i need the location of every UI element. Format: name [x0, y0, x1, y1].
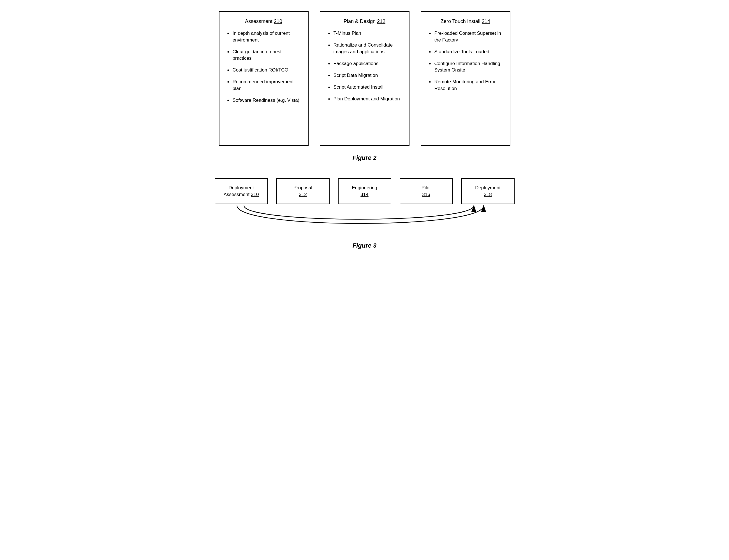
figure2-box-assessment: Assessment 210 In depth analysis of curr…: [219, 11, 309, 146]
fig3-box1-line2: Assessment: [224, 192, 251, 197]
fig2-box2-num: 212: [377, 19, 385, 24]
list-item: Remote Monitoring and Error Resolution: [429, 79, 502, 92]
fig3-box2-num: 312: [299, 192, 307, 197]
fig3-box-deployment: Deployment 318: [461, 178, 514, 204]
figure3-arrows: [17, 204, 712, 239]
fig3-box4-line1: Pilot: [421, 185, 431, 190]
fig3-box-pilot: Pilot 316: [400, 178, 453, 204]
fig3-box4-num: 316: [422, 192, 430, 197]
figure2-container: Assessment 210 In depth analysis of curr…: [17, 11, 712, 162]
list-item: In depth analysis of current environment: [227, 30, 300, 43]
figure2-box-zerotouch: Zero Touch Install 214 Pre-loaded Conten…: [421, 11, 510, 146]
fig3-box5-line1: Deployment: [475, 185, 500, 190]
fig3-box1-num: 310: [251, 192, 259, 197]
fig3-box-deployment-assessment: Deployment Assessment 310: [215, 178, 268, 204]
fig3-box3-line1: Engineering: [352, 185, 377, 190]
list-item: T-Minus Plan: [328, 30, 401, 37]
figure2-box-plandesign: Plan & Design 212 T-Minus Plan Rationali…: [320, 11, 409, 146]
arrows-svg: [17, 204, 712, 238]
fig2-box3-list: Pre-loaded Content Superset in the Facto…: [429, 30, 502, 92]
list-item: Pre-loaded Content Superset in the Facto…: [429, 30, 502, 43]
fig3-box2-line1: Proposal: [294, 185, 312, 190]
fig2-box1-num: 210: [274, 19, 282, 24]
list-item: Clear guidance on best practices: [227, 49, 300, 62]
list-item: Recommended improvement plan: [227, 79, 300, 92]
list-item: Script Automated Install: [328, 84, 401, 91]
arrow-secondary: [244, 206, 474, 219]
figure3-caption: Figure 3: [353, 242, 377, 249]
list-item: Plan Deployment and Migration: [328, 96, 401, 102]
figure3-boxes: Deployment Assessment 310 Proposal 312 E…: [17, 178, 712, 204]
fig2-box3-title: Zero Touch Install 214: [429, 19, 502, 24]
fig2-box2-title: Plan & Design 212: [328, 19, 401, 24]
list-item: Configure Information Handling System On…: [429, 60, 502, 74]
fig2-box1-list: In depth analysis of current environment…: [227, 30, 300, 104]
fig3-box1-line1: Deployment: [229, 185, 254, 190]
figure3-container: Deployment Assessment 310 Proposal 312 E…: [17, 178, 712, 249]
list-item: Script Data Migration: [328, 72, 401, 79]
fig3-box-proposal: Proposal 312: [276, 178, 330, 204]
list-item: Software Readiness (e.g. Vista): [227, 97, 300, 104]
list-item: Package applications: [328, 60, 401, 67]
fig2-box2-list: T-Minus Plan Rationalize and Consolidate…: [328, 30, 401, 102]
list-item: Cost justification ROI/TCO: [227, 67, 300, 73]
fig2-box1-title: Assessment 210: [227, 19, 300, 24]
fig3-box-engineering: Engineering 314: [338, 178, 391, 204]
list-item: Rationalize and Consolidate images and a…: [328, 42, 401, 55]
list-item: Standardize Tools Loaded: [429, 49, 502, 55]
figure2-boxes: Assessment 210 In depth analysis of curr…: [17, 11, 712, 146]
fig2-box3-num: 214: [482, 19, 490, 24]
fig3-box5-num: 318: [484, 192, 491, 197]
figure2-caption: Figure 2: [353, 154, 377, 162]
fig3-box3-num: 314: [361, 192, 368, 197]
